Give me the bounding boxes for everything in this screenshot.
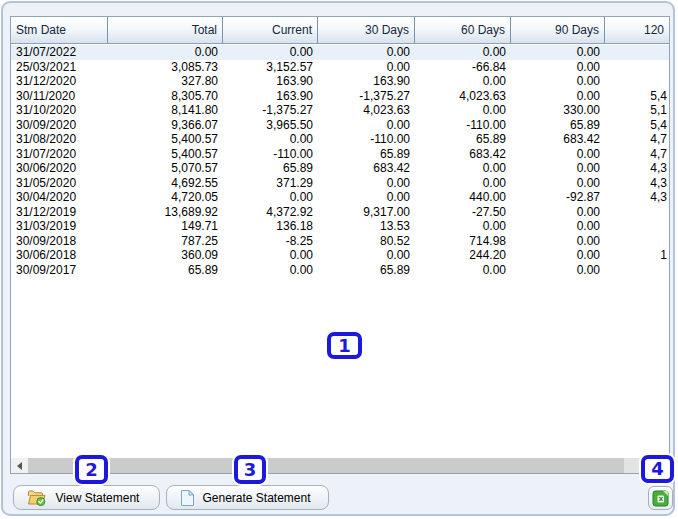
table-cell: 163.90 [223, 74, 318, 89]
table-row[interactable]: 31/07/20220.000.000.000.000.00 [11, 45, 669, 60]
table-cell: 0.00 [415, 219, 511, 234]
table-cell: 0.00 [108, 45, 223, 60]
table-cell [605, 263, 669, 278]
table-cell: 30/09/2017 [11, 263, 108, 278]
table-cell: 4,3 [605, 190, 669, 205]
table-cell: 0.00 [223, 248, 318, 263]
table-cell: 80.52 [318, 234, 415, 249]
table-row[interactable]: 30/09/20209,366.073,965.500.00-110.0065.… [11, 118, 669, 133]
column-header-stm-date[interactable]: Stm Date [11, 17, 108, 43]
table-cell: 4,7 [605, 132, 669, 147]
table-cell: 714.98 [415, 234, 511, 249]
svg-text:x: x [658, 494, 663, 503]
horizontal-scrollbar[interactable] [11, 458, 669, 473]
table-cell: 30/09/2018 [11, 234, 108, 249]
table-cell: 30/06/2020 [11, 161, 108, 176]
table-cell: 13,689.92 [108, 205, 223, 220]
table-cell: 0.00 [223, 132, 318, 147]
table-cell: 31/03/2019 [11, 219, 108, 234]
annotation-badge-3: 3 [234, 455, 266, 484]
table-cell: 683.42 [318, 161, 415, 176]
table-row[interactable]: 25/03/20213,085.733,152.570.00-66.840.00 [11, 60, 669, 75]
export-to-excel-button[interactable]: x [648, 486, 673, 510]
table-cell: 0.00 [511, 263, 605, 278]
table-cell: 149.71 [108, 219, 223, 234]
table-cell: 0.00 [223, 263, 318, 278]
table-cell: 136.18 [223, 219, 318, 234]
table-cell: 5,400.57 [108, 132, 223, 147]
table-row[interactable]: 30/04/20204,720.050.000.00440.00-92.874,… [11, 190, 669, 205]
table-cell: 5,070.57 [108, 161, 223, 176]
table-cell: 4,7 [605, 147, 669, 162]
table-cell: 65.89 [223, 161, 318, 176]
column-header-120-days[interactable]: 120 [605, 17, 669, 43]
table-cell: 65.89 [318, 147, 415, 162]
table-cell: 163.90 [223, 89, 318, 104]
view-statement-button[interactable]: View Statement [13, 485, 160, 510]
table-cell: 30/04/2020 [11, 190, 108, 205]
table-row[interactable]: 31/08/20205,400.570.00-110.0065.89683.42… [11, 132, 669, 147]
table-cell: 3,085.73 [108, 60, 223, 75]
table-cell: -1,375.27 [223, 103, 318, 118]
table-row[interactable]: 31/03/2019149.71136.1813.530.000.00 [11, 219, 669, 234]
table-cell: 0.00 [511, 248, 605, 263]
table-cell: 5,4 [605, 89, 669, 104]
table-row[interactable]: 30/09/201765.890.0065.890.000.00 [11, 263, 669, 278]
annotation-badge-1: 1 [327, 332, 362, 359]
table-row[interactable]: 30/11/20208,305.70163.90-1,375.274,023.6… [11, 89, 669, 104]
table-cell: 0.00 [511, 161, 605, 176]
column-header-60-days[interactable]: 60 Days [415, 17, 511, 43]
column-header-current[interactable]: Current [223, 17, 318, 43]
table-cell: 5,400.57 [108, 147, 223, 162]
table-row[interactable]: 30/09/2018787.25-8.2580.52714.980.00 [11, 234, 669, 249]
table-cell [605, 45, 669, 60]
open-folder-check-icon [27, 489, 46, 506]
table-cell: 5,1 [605, 103, 669, 118]
table-cell: 0.00 [223, 190, 318, 205]
column-header-90-days[interactable]: 90 Days [511, 17, 605, 43]
table-cell: 787.25 [108, 234, 223, 249]
table-cell: 683.42 [511, 132, 605, 147]
table-cell: 0.00 [511, 176, 605, 191]
table-cell: 4,3 [605, 161, 669, 176]
table-cell: -8.25 [223, 234, 318, 249]
column-header-30-days[interactable]: 30 Days [318, 17, 415, 43]
table-cell: 360.09 [108, 248, 223, 263]
table-cell: 65.89 [108, 263, 223, 278]
table-cell: 4,720.05 [108, 190, 223, 205]
document-icon [180, 489, 195, 507]
table-cell: 330.00 [511, 103, 605, 118]
table-cell: 0.00 [511, 45, 605, 60]
table-cell: 25/03/2021 [11, 60, 108, 75]
table-cell: 0.00 [511, 234, 605, 249]
table-row[interactable]: 31/10/20208,141.80-1,375.274,023.630.003… [11, 103, 669, 118]
table-cell [605, 219, 669, 234]
statements-window: Stm Date Total Current 30 Days 60 Days 9… [1, 1, 675, 516]
column-header-total[interactable]: Total [108, 17, 223, 43]
table-cell: 371.29 [223, 176, 318, 191]
table-cell: 8,305.70 [108, 89, 223, 104]
table-cell: 440.00 [415, 190, 511, 205]
table-row[interactable]: 30/06/20205,070.5765.89683.420.000.004,3 [11, 161, 669, 176]
table-cell: 31/07/2022 [11, 45, 108, 60]
table-row[interactable]: 31/07/20205,400.57-110.0065.89683.420.00… [11, 147, 669, 162]
table-cell: 244.20 [415, 248, 511, 263]
table-cell: 0.00 [511, 74, 605, 89]
generate-statement-button[interactable]: Generate Statement [166, 485, 329, 510]
table-cell: 0.00 [415, 161, 511, 176]
table-cell: 0.00 [415, 45, 511, 60]
table-row[interactable]: 31/12/201913,689.924,372.929,317.00-27.5… [11, 205, 669, 220]
table-row[interactable]: 30/06/2018360.090.000.00244.200.001 [11, 248, 669, 263]
table-cell [605, 205, 669, 220]
scroll-left-button[interactable] [11, 458, 28, 473]
table-cell: 0.00 [223, 45, 318, 60]
scroll-left-arrow-icon [17, 462, 22, 470]
scrollbar-thumb[interactable] [28, 458, 624, 473]
table-row[interactable]: 31/12/2020327.80163.90163.900.000.00 [11, 74, 669, 89]
table-cell: 1 [605, 248, 669, 263]
table-cell: 0.00 [415, 74, 511, 89]
excel-export-icon: x [652, 490, 669, 507]
table-row[interactable]: 31/05/20204,692.55371.290.000.000.004,3 [11, 176, 669, 191]
table-header-row: Stm Date Total Current 30 Days 60 Days 9… [11, 17, 669, 44]
table-cell: 0.00 [415, 263, 511, 278]
